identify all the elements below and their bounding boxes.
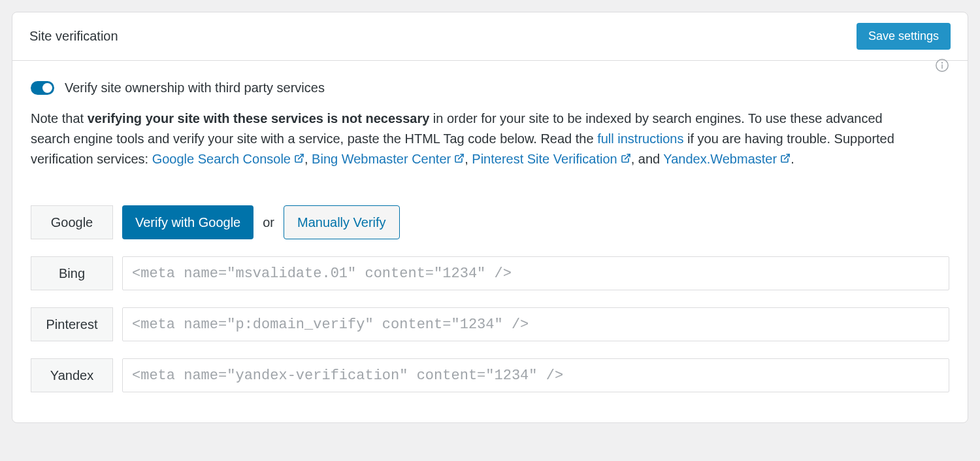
google-label: Google	[31, 205, 113, 239]
verify-with-google-button[interactable]: Verify with Google	[122, 205, 253, 239]
toggle-label: Verify site ownership with third party s…	[65, 80, 325, 95]
google-actions: Verify with Google or Manually Verify	[122, 205, 400, 239]
external-link-icon	[294, 149, 304, 169]
svg-line-3	[785, 154, 789, 159]
site-verification-panel: Site verification Save settings Verify s…	[12, 12, 968, 423]
verification-fields: Google Verify with Google or Manually Ve…	[31, 205, 949, 392]
external-link-icon	[780, 149, 791, 169]
desc-sep1: ,	[304, 152, 312, 166]
desc-sep3: , and	[631, 152, 664, 166]
bing-webmaster-link[interactable]: Bing Webmaster Center	[312, 152, 451, 166]
bing-field-row: Bing	[31, 256, 949, 290]
svg-line-2	[625, 154, 629, 159]
external-link-icon	[621, 149, 631, 169]
svg-line-1	[459, 154, 463, 159]
pinterest-meta-input[interactable]	[122, 307, 949, 341]
google-field-row: Google Verify with Google or Manually Ve…	[31, 205, 949, 239]
yandex-meta-input[interactable]	[122, 358, 949, 392]
yandex-field-row: Yandex	[31, 358, 949, 392]
external-link-icon	[454, 149, 465, 169]
bing-label: Bing	[31, 256, 113, 290]
pinterest-verification-link[interactable]: Pinterest Site Verification	[472, 152, 617, 166]
toggle-row: Verify site ownership with third party s…	[31, 80, 924, 95]
manually-verify-button[interactable]: Manually Verify	[284, 205, 400, 239]
svg-point-6	[942, 62, 943, 63]
svg-line-0	[299, 154, 303, 159]
desc-bold: verifying your site with these services …	[88, 111, 430, 126]
desc-sep2: ,	[465, 152, 472, 166]
panel-header: Site verification Save settings	[12, 12, 968, 61]
yandex-label: Yandex	[31, 358, 113, 392]
save-settings-button[interactable]: Save settings	[857, 23, 951, 50]
pinterest-label: Pinterest	[31, 307, 113, 341]
yandex-webmaster-link[interactable]: Yandex.Webmaster	[663, 152, 777, 166]
panel-body: Verify site ownership with third party s…	[12, 61, 968, 422]
panel-title: Site verification	[29, 29, 118, 44]
bing-meta-input[interactable]	[122, 256, 949, 290]
info-row: Verify site ownership with third party s…	[31, 80, 949, 183]
full-instructions-link[interactable]: full instructions	[597, 131, 683, 146]
google-search-console-link[interactable]: Google Search Console	[152, 152, 291, 166]
pinterest-field-row: Pinterest	[31, 307, 949, 341]
desc-pre: Note that	[31, 111, 88, 126]
info-icon[interactable]	[935, 58, 949, 73]
desc-end: .	[791, 152, 794, 166]
or-separator: or	[263, 215, 274, 230]
verify-ownership-toggle[interactable]	[31, 81, 54, 95]
description-text: Note that verifying your site with these…	[31, 109, 924, 170]
